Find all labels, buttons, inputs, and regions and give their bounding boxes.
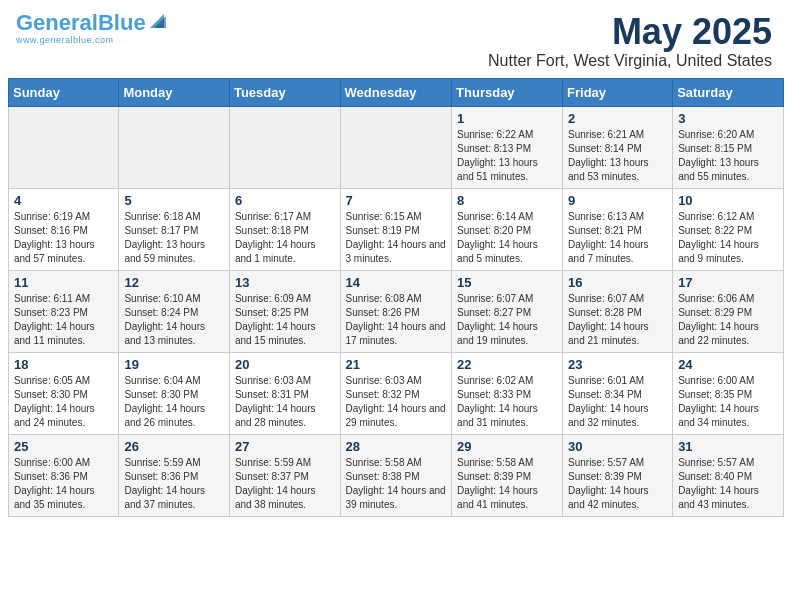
day-info: Sunrise: 5:58 AMSunset: 8:38 PMDaylight:… [346,456,447,512]
calendar-day-cell: 11Sunrise: 6:11 AMSunset: 8:23 PMDayligh… [9,270,119,352]
logo-blue: Blue [98,10,146,35]
day-of-week-header: Tuesday [229,78,340,106]
day-of-week-header: Thursday [452,78,563,106]
day-info: Sunrise: 6:07 AMSunset: 8:28 PMDaylight:… [568,292,667,348]
day-info: Sunrise: 6:05 AMSunset: 8:30 PMDaylight:… [14,374,113,430]
day-number: 18 [14,357,113,372]
day-info: Sunrise: 6:10 AMSunset: 8:24 PMDaylight:… [124,292,224,348]
calendar-day-cell: 30Sunrise: 5:57 AMSunset: 8:39 PMDayligh… [563,434,673,516]
logo-tagline: www.generalblue.com [16,35,114,45]
day-of-week-header: Friday [563,78,673,106]
calendar-day-cell: 1Sunrise: 6:22 AMSunset: 8:13 PMDaylight… [452,106,563,188]
day-info: Sunrise: 6:01 AMSunset: 8:34 PMDaylight:… [568,374,667,430]
day-number: 28 [346,439,447,454]
day-number: 2 [568,111,667,126]
day-info: Sunrise: 6:06 AMSunset: 8:29 PMDaylight:… [678,292,778,348]
day-number: 19 [124,357,224,372]
page-title: May 2025 [488,12,772,52]
calendar-day-cell: 10Sunrise: 6:12 AMSunset: 8:22 PMDayligh… [673,188,784,270]
day-number: 3 [678,111,778,126]
day-number: 25 [14,439,113,454]
calendar-day-cell [119,106,230,188]
calendar-week-row: 1Sunrise: 6:22 AMSunset: 8:13 PMDaylight… [9,106,784,188]
day-number: 10 [678,193,778,208]
day-info: Sunrise: 6:14 AMSunset: 8:20 PMDaylight:… [457,210,557,266]
day-info: Sunrise: 6:12 AMSunset: 8:22 PMDaylight:… [678,210,778,266]
calendar-day-cell: 15Sunrise: 6:07 AMSunset: 8:27 PMDayligh… [452,270,563,352]
page-header: GeneralBlue www.generalblue.com May 2025… [0,0,792,78]
day-info: Sunrise: 6:19 AMSunset: 8:16 PMDaylight:… [14,210,113,266]
day-info: Sunrise: 6:18 AMSunset: 8:17 PMDaylight:… [124,210,224,266]
calendar-day-cell [340,106,452,188]
day-number: 26 [124,439,224,454]
calendar-day-cell: 26Sunrise: 5:59 AMSunset: 8:36 PMDayligh… [119,434,230,516]
calendar-day-cell: 17Sunrise: 6:06 AMSunset: 8:29 PMDayligh… [673,270,784,352]
title-block: May 2025 Nutter Fort, West Virginia, Uni… [488,12,772,70]
calendar-day-cell: 28Sunrise: 5:58 AMSunset: 8:38 PMDayligh… [340,434,452,516]
calendar-day-cell: 6Sunrise: 6:17 AMSunset: 8:18 PMDaylight… [229,188,340,270]
day-info: Sunrise: 6:07 AMSunset: 8:27 PMDaylight:… [457,292,557,348]
day-info: Sunrise: 5:59 AMSunset: 8:36 PMDaylight:… [124,456,224,512]
day-info: Sunrise: 6:13 AMSunset: 8:21 PMDaylight:… [568,210,667,266]
calendar-day-cell: 18Sunrise: 6:05 AMSunset: 8:30 PMDayligh… [9,352,119,434]
day-info: Sunrise: 6:15 AMSunset: 8:19 PMDaylight:… [346,210,447,266]
day-info: Sunrise: 6:03 AMSunset: 8:32 PMDaylight:… [346,374,447,430]
calendar-day-cell: 27Sunrise: 5:59 AMSunset: 8:37 PMDayligh… [229,434,340,516]
day-number: 27 [235,439,335,454]
calendar-week-row: 11Sunrise: 6:11 AMSunset: 8:23 PMDayligh… [9,270,784,352]
day-of-week-header: Wednesday [340,78,452,106]
calendar-day-cell: 13Sunrise: 6:09 AMSunset: 8:25 PMDayligh… [229,270,340,352]
day-info: Sunrise: 5:59 AMSunset: 8:37 PMDaylight:… [235,456,335,512]
logo: GeneralBlue www.generalblue.com [16,12,166,45]
day-info: Sunrise: 5:57 AMSunset: 8:39 PMDaylight:… [568,456,667,512]
day-info: Sunrise: 6:20 AMSunset: 8:15 PMDaylight:… [678,128,778,184]
page-subtitle: Nutter Fort, West Virginia, United State… [488,52,772,70]
logo-wing-icon [148,12,166,30]
calendar-day-cell: 5Sunrise: 6:18 AMSunset: 8:17 PMDaylight… [119,188,230,270]
day-info: Sunrise: 6:03 AMSunset: 8:31 PMDaylight:… [235,374,335,430]
day-info: Sunrise: 6:00 AMSunset: 8:36 PMDaylight:… [14,456,113,512]
day-info: Sunrise: 6:21 AMSunset: 8:14 PMDaylight:… [568,128,667,184]
calendar-day-cell [9,106,119,188]
calendar-day-cell: 16Sunrise: 6:07 AMSunset: 8:28 PMDayligh… [563,270,673,352]
day-info: Sunrise: 6:02 AMSunset: 8:33 PMDaylight:… [457,374,557,430]
day-of-week-header: Monday [119,78,230,106]
calendar-day-cell: 21Sunrise: 6:03 AMSunset: 8:32 PMDayligh… [340,352,452,434]
day-info: Sunrise: 6:22 AMSunset: 8:13 PMDaylight:… [457,128,557,184]
calendar-day-cell: 4Sunrise: 6:19 AMSunset: 8:16 PMDaylight… [9,188,119,270]
day-number: 15 [457,275,557,290]
calendar-header-row: SundayMondayTuesdayWednesdayThursdayFrid… [9,78,784,106]
calendar-day-cell [229,106,340,188]
calendar-day-cell: 3Sunrise: 6:20 AMSunset: 8:15 PMDaylight… [673,106,784,188]
calendar-table: SundayMondayTuesdayWednesdayThursdayFrid… [8,78,784,517]
day-info: Sunrise: 6:11 AMSunset: 8:23 PMDaylight:… [14,292,113,348]
calendar-day-cell: 23Sunrise: 6:01 AMSunset: 8:34 PMDayligh… [563,352,673,434]
day-number: 20 [235,357,335,372]
day-number: 13 [235,275,335,290]
calendar-day-cell: 2Sunrise: 6:21 AMSunset: 8:14 PMDaylight… [563,106,673,188]
day-info: Sunrise: 5:58 AMSunset: 8:39 PMDaylight:… [457,456,557,512]
calendar-week-row: 18Sunrise: 6:05 AMSunset: 8:30 PMDayligh… [9,352,784,434]
calendar-day-cell: 22Sunrise: 6:02 AMSunset: 8:33 PMDayligh… [452,352,563,434]
calendar-day-cell: 20Sunrise: 6:03 AMSunset: 8:31 PMDayligh… [229,352,340,434]
day-number: 11 [14,275,113,290]
day-info: Sunrise: 6:08 AMSunset: 8:26 PMDaylight:… [346,292,447,348]
day-number: 5 [124,193,224,208]
calendar-day-cell: 12Sunrise: 6:10 AMSunset: 8:24 PMDayligh… [119,270,230,352]
calendar-day-cell: 7Sunrise: 6:15 AMSunset: 8:19 PMDaylight… [340,188,452,270]
day-number: 14 [346,275,447,290]
day-number: 31 [678,439,778,454]
calendar-day-cell: 8Sunrise: 6:14 AMSunset: 8:20 PMDaylight… [452,188,563,270]
day-info: Sunrise: 6:17 AMSunset: 8:18 PMDaylight:… [235,210,335,266]
day-number: 1 [457,111,557,126]
day-number: 30 [568,439,667,454]
day-number: 9 [568,193,667,208]
day-number: 8 [457,193,557,208]
calendar-day-cell: 19Sunrise: 6:04 AMSunset: 8:30 PMDayligh… [119,352,230,434]
day-info: Sunrise: 6:04 AMSunset: 8:30 PMDaylight:… [124,374,224,430]
day-number: 22 [457,357,557,372]
day-of-week-header: Sunday [9,78,119,106]
day-info: Sunrise: 6:09 AMSunset: 8:25 PMDaylight:… [235,292,335,348]
day-info: Sunrise: 6:00 AMSunset: 8:35 PMDaylight:… [678,374,778,430]
day-number: 23 [568,357,667,372]
